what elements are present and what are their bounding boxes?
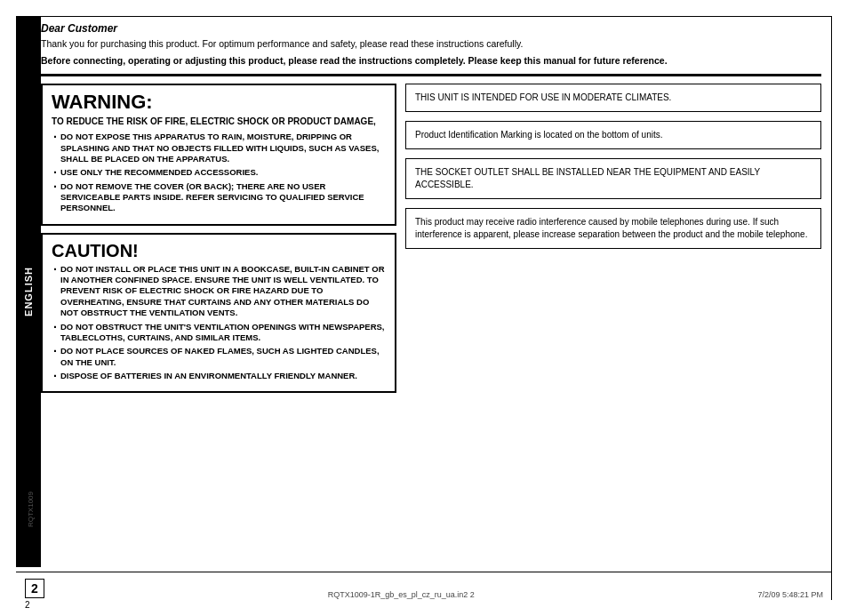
moderate-climates-box: THIS UNIT IS INTENDED FOR USE IN MODERAT… xyxy=(405,84,821,112)
top-border xyxy=(16,16,832,17)
right-border xyxy=(831,16,832,600)
socket-outlet-box: THE SOCKET OUTLET SHALL BE INSTALLED NEA… xyxy=(405,158,821,199)
right-column: THIS UNIT IS INTENDED FOR USE IN MODERAT… xyxy=(405,84,821,393)
caution-item-2: DO NOT OBSTRUCT THE UNIT'S VENTILATION O… xyxy=(52,322,386,344)
warning-box: WARNING: TO REDUCE THE RISK OF FIRE, ELE… xyxy=(41,84,396,225)
socket-outlet-text: THE SOCKET OUTLET SHALL BE INSTALLED NEA… xyxy=(415,167,760,189)
two-columns: WARNING: TO REDUCE THE RISK OF FIRE, ELE… xyxy=(41,84,821,393)
caution-item-3: DO NOT PLACE SOURCES OF NAKED FLAMES, SU… xyxy=(52,346,386,368)
radio-interference-box: This product may receive radio interfere… xyxy=(405,208,821,249)
dear-customer-line1: Thank you for purchasing this product. F… xyxy=(41,37,821,51)
thick-separator xyxy=(41,74,821,76)
warning-list: DO NOT EXPOSE THIS APPARATUS TO RAIN, MO… xyxy=(52,132,386,213)
moderate-climates-text: THIS UNIT IS INTENDED FOR USE IN MODERAT… xyxy=(415,92,671,102)
caution-title: CAUTION! xyxy=(52,242,386,260)
caution-box: CAUTION! DO NOT INSTALL OR PLACE THIS UN… xyxy=(41,233,396,393)
sidebar-label: ENGLISH xyxy=(23,267,34,316)
footer: 2 2 RQTX1009-1R_gb_es_pl_cz_ru_ua.in2 2 … xyxy=(16,572,832,616)
footer-filename: RQTX1009-1R_gb_es_pl_cz_ru_ua.in2 2 xyxy=(328,590,475,599)
warning-subtitle: TO REDUCE THE RISK OF FIRE, ELECTRIC SHO… xyxy=(52,116,386,127)
dear-customer-section: Dear Customer Thank you for purchasing t… xyxy=(41,22,821,67)
footer-left: 2 2 xyxy=(25,579,44,610)
radio-interference-text: This product may receive radio interfere… xyxy=(415,217,807,239)
footer-page-number: 2 xyxy=(25,579,44,598)
left-column: WARNING: TO REDUCE THE RISK OF FIRE, ELE… xyxy=(41,84,396,393)
footer-page-number2: 2 xyxy=(25,600,30,610)
warning-item-3: DO NOT REMOVE THE COVER (OR BACK); THERE… xyxy=(52,181,386,214)
caution-list: DO NOT INSTALL OR PLACE THIS UNIT IN A B… xyxy=(52,264,386,381)
warning-item-2: USE ONLY THE RECOMMENDED ACCESSORIES. xyxy=(52,167,386,178)
page-container: ENGLISH RQTX1009 Dear Customer Thank you… xyxy=(0,0,848,616)
main-content: Dear Customer Thank you for purchasing t… xyxy=(41,22,821,567)
footer-date: 7/2/09 5:48:21 PM xyxy=(757,590,823,599)
sidebar: ENGLISH xyxy=(16,16,41,567)
product-id-box: Product Identification Marking is locate… xyxy=(405,121,821,149)
warning-title: WARNING: xyxy=(52,92,386,112)
caution-item-1: DO NOT INSTALL OR PLACE THIS UNIT IN A B… xyxy=(52,264,386,319)
dear-customer-title: Dear Customer xyxy=(41,22,821,35)
caution-item-4: DISPOSE OF BATTERIES IN AN ENVIRONMENTAL… xyxy=(52,371,386,381)
product-id-text: Product Identification Marking is locate… xyxy=(415,130,663,140)
dear-customer-line2: Before connecting, operating or adjustin… xyxy=(41,54,821,68)
model-vertical: RQTX1009 xyxy=(27,492,35,527)
warning-item-1: DO NOT EXPOSE THIS APPARATUS TO RAIN, MO… xyxy=(52,132,386,164)
